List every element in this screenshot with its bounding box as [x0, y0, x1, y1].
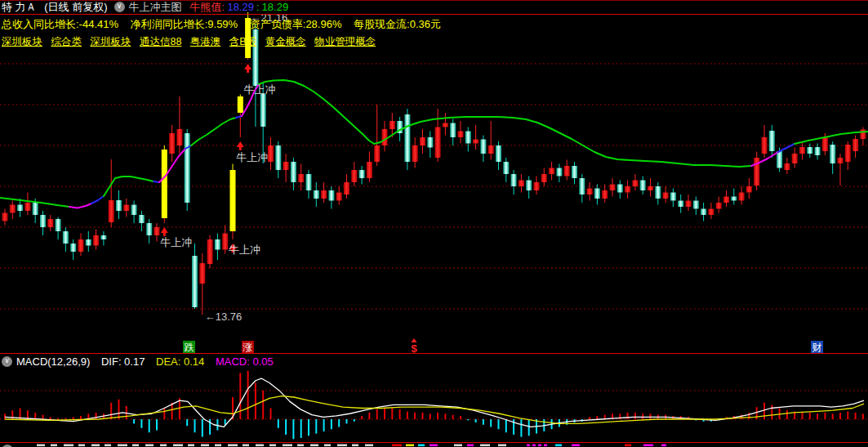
candle-down[interactable]: [275, 145, 281, 170]
candle-down[interactable]: [131, 205, 137, 216]
candle-up[interactable]: [374, 145, 380, 162]
candle-up[interactable]: [458, 132, 464, 138]
candle-up[interactable]: [488, 145, 494, 154]
sector-link-3[interactable]: 通达信88: [140, 36, 181, 47]
candle-up[interactable]: [109, 200, 114, 222]
candle-down[interactable]: [146, 223, 152, 235]
candle-down[interactable]: [328, 190, 334, 201]
candle-highlighted[interactable]: [230, 170, 236, 231]
candle-down[interactable]: [17, 205, 23, 212]
candle-down[interactable]: [427, 137, 433, 148]
candle-up[interactable]: [663, 193, 669, 199]
sector-link-1[interactable]: 综合类: [51, 36, 82, 47]
candle-up[interactable]: [723, 197, 729, 203]
candle-down[interactable]: [291, 162, 296, 182]
candle-down[interactable]: [511, 174, 517, 186]
candle-up[interactable]: [632, 181, 638, 187]
candle-up[interactable]: [382, 129, 388, 145]
candle-highlighted[interactable]: [238, 96, 243, 113]
candle-up[interactable]: [549, 168, 554, 175]
candle-up[interactable]: [746, 186, 752, 193]
candle-up[interactable]: [123, 205, 129, 212]
candle-up[interactable]: [602, 190, 608, 199]
candle-up[interactable]: [298, 174, 304, 182]
chart-canvas[interactable]: 牛上冲牛上冲牛上冲牛上冲←13.76←21.16跌涨$财: [0, 0, 868, 447]
candlestick-series[interactable]: [2, 12, 866, 315]
candle-down[interactable]: [496, 145, 501, 162]
candle-down[interactable]: [33, 203, 38, 215]
candle-up[interactable]: [610, 185, 616, 191]
candle-up[interactable]: [754, 158, 759, 186]
candle-up[interactable]: [389, 121, 395, 129]
candle-down[interactable]: [815, 147, 821, 155]
sector-link-6[interactable]: 黄金概念: [265, 36, 306, 47]
candle-up[interactable]: [564, 166, 570, 177]
candle-down[interactable]: [655, 186, 661, 199]
candle-down[interactable]: [807, 147, 812, 154]
candle-down[interactable]: [116, 200, 122, 211]
candle-down[interactable]: [594, 189, 600, 199]
candle-up[interactable]: [154, 227, 160, 235]
candle-up[interactable]: [420, 137, 425, 145]
candle-up[interactable]: [686, 201, 692, 208]
candle-highlighted[interactable]: [162, 150, 167, 218]
candle-up[interactable]: [222, 234, 228, 250]
candle-up[interactable]: [519, 181, 524, 187]
candle-up[interactable]: [648, 186, 653, 190]
candle-up[interactable]: [852, 139, 858, 151]
candle-down[interactable]: [670, 193, 676, 201]
candle-up[interactable]: [799, 147, 805, 154]
candle-up[interactable]: [367, 162, 372, 178]
candle-down[interactable]: [556, 168, 562, 177]
candle-up[interactable]: [435, 127, 441, 159]
candle-down[interactable]: [617, 185, 623, 193]
candle-up[interactable]: [2, 213, 8, 221]
candle-up[interactable]: [860, 130, 866, 140]
candle-down[interactable]: [769, 131, 775, 151]
candle-down[interactable]: [40, 215, 46, 227]
candle-up[interactable]: [344, 182, 349, 194]
candle-down[interactable]: [314, 190, 319, 199]
candle-up[interactable]: [283, 162, 289, 170]
candle-down[interactable]: [731, 197, 737, 201]
sector-link-4[interactable]: 粤港澳: [190, 36, 221, 47]
candle-down[interactable]: [640, 181, 646, 191]
candle-up[interactable]: [207, 239, 213, 264]
chevron-down-circle-icon[interactable]: [114, 2, 125, 12]
sector-link-0[interactable]: 深圳板块: [2, 36, 42, 47]
chart-period-label[interactable]: (日线 前复权): [44, 1, 107, 13]
candle-down[interactable]: [693, 201, 699, 209]
candle-up[interactable]: [534, 182, 540, 190]
money-marker-text[interactable]: $: [411, 342, 417, 355]
candle-down[interactable]: [100, 235, 106, 239]
candle-down[interactable]: [830, 145, 835, 163]
candle-up[interactable]: [412, 145, 418, 162]
candle-up[interactable]: [541, 174, 547, 182]
candle-down[interactable]: [215, 239, 220, 250]
candle-down[interactable]: [185, 133, 190, 203]
candle-up[interactable]: [443, 123, 448, 127]
candle-up[interactable]: [739, 193, 745, 201]
candle-up[interactable]: [587, 189, 593, 195]
sector-link-2[interactable]: 深圳板块: [90, 36, 131, 47]
candle-up[interactable]: [78, 239, 84, 252]
candle-up[interactable]: [199, 263, 205, 284]
candle-up[interactable]: [762, 137, 768, 154]
candle-up[interactable]: [792, 154, 798, 163]
candle-down[interactable]: [579, 178, 585, 194]
candle-down[interactable]: [404, 114, 410, 162]
candle-up[interactable]: [838, 158, 844, 163]
candle-up[interactable]: [268, 145, 274, 162]
candle-down[interactable]: [678, 201, 683, 208]
candle-down[interactable]: [701, 209, 706, 216]
candle-up[interactable]: [351, 170, 357, 182]
candle-up[interactable]: [10, 205, 16, 213]
candle-up[interactable]: [47, 219, 53, 227]
candle-up[interactable]: [822, 137, 828, 151]
candle-up[interactable]: [24, 203, 30, 211]
candle-up[interactable]: [336, 193, 342, 201]
candle-up[interactable]: [625, 186, 630, 193]
candle-up[interactable]: [473, 140, 479, 144]
candle-up[interactable]: [716, 203, 722, 209]
candle-down[interactable]: [306, 174, 312, 190]
